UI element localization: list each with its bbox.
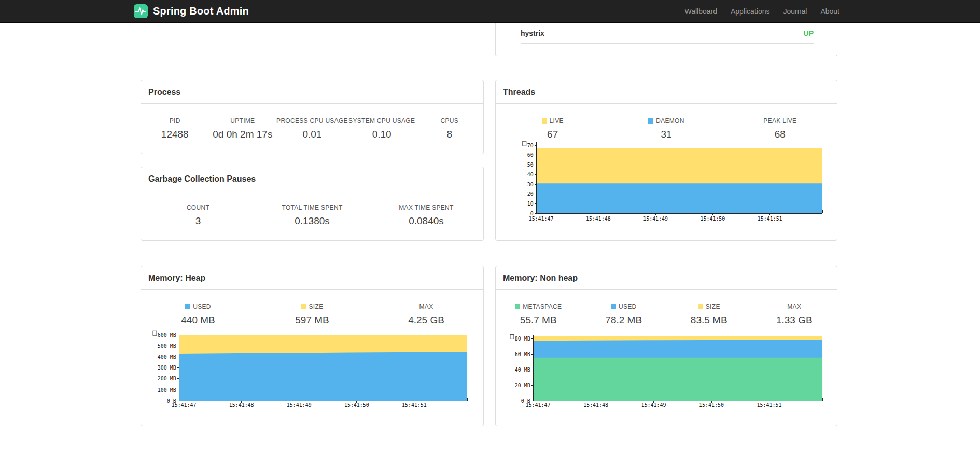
size-legend-swatch — [301, 304, 306, 309]
svg-text:60: 60 — [527, 152, 534, 158]
svg-text:40 MB: 40 MB — [515, 367, 530, 373]
nav-applications[interactable]: Applications — [724, 0, 777, 23]
stat-value: 67 — [496, 129, 609, 140]
stat-value: 31 — [609, 129, 723, 140]
svg-text:70: 70 — [527, 143, 534, 148]
stat-value: 0.1380s — [255, 215, 369, 227]
stat-value: 68 — [723, 129, 837, 140]
stat-label: USED — [141, 303, 255, 310]
used-legend-swatch — [185, 304, 190, 309]
applications-panel-partial: hystrix UP — [495, 23, 837, 56]
stat-nonheap-max: MAX 1.33 GB — [752, 303, 837, 326]
stat-system-cpu-usage: SYSTEM CPU USAGE 0.10 — [348, 117, 416, 140]
stat-value: 440 MB — [141, 315, 255, 326]
stat-pid: PID 12488 — [141, 117, 209, 140]
brand[interactable]: Spring Boot Admin — [134, 4, 249, 18]
stat-value: 0.01 — [276, 129, 348, 140]
spring-boot-admin-logo-icon — [134, 4, 148, 18]
live-legend-swatch — [542, 118, 547, 124]
svg-text:15:41:47: 15:41:47 — [526, 402, 551, 408]
stat-value: 55.7 MB — [496, 315, 581, 326]
svg-text:200 MB: 200 MB — [158, 376, 176, 382]
svg-text:15:41:48: 15:41:48 — [583, 402, 608, 408]
heap-legend: USED 440 MB SIZE 597 MB MAX 4.25 GB — [141, 290, 483, 326]
stat-label: MAX TIME SPENT — [369, 204, 483, 211]
stat-label: COUNT — [141, 204, 255, 211]
process-panel-title: Process — [141, 80, 483, 104]
stat-nonheap-size: SIZE 83.5 MB — [666, 303, 752, 326]
stat-label: DAEMON — [609, 117, 723, 125]
application-name[interactable]: hystrix — [521, 29, 544, 37]
svg-text:30: 30 — [527, 182, 534, 187]
svg-text:15:41:51: 15:41:51 — [758, 216, 782, 222]
stat-heap-used: USED 440 MB — [141, 303, 255, 326]
application-status-badge: UP — [804, 29, 814, 37]
stat-label: SIZE — [666, 303, 752, 310]
nonheap-legend: METASPACE 55.7 MB USED 78.2 MB SIZE 83.5… — [496, 290, 837, 326]
stat-heap-size: SIZE 597 MB — [255, 303, 369, 326]
nonheap-panel-title: Memory: Non heap — [496, 266, 837, 290]
gc-pauses-panel: Garbage Collection Pauses COUNT 3 TOTAL … — [141, 167, 484, 241]
svg-text:20: 20 — [527, 191, 534, 197]
gc-panel-title: Garbage Collection Pauses — [141, 167, 483, 190]
svg-text:15:41:50: 15:41:50 — [344, 402, 369, 408]
svg-text:15:41:49: 15:41:49 — [287, 402, 312, 408]
stat-value: 597 MB — [255, 315, 369, 326]
stat-value: 3 — [141, 215, 255, 227]
svg-text:15:41:49: 15:41:49 — [643, 216, 668, 222]
svg-text:15:41:50: 15:41:50 — [699, 402, 724, 408]
stat-threads-peak-live: PEAK LIVE 68 — [723, 117, 837, 140]
navbar: Spring Boot Admin Wallboard Applications… — [0, 0, 980, 23]
stat-label: LIVE — [496, 117, 609, 125]
daemon-legend-swatch — [648, 118, 653, 124]
stat-value: 0.0840s — [369, 215, 483, 227]
stat-value: 78.2 MB — [581, 315, 667, 326]
svg-text:0 B: 0 B — [521, 398, 530, 404]
stat-value: 1.33 GB — [752, 315, 837, 326]
svg-text:15:41:47: 15:41:47 — [172, 402, 197, 408]
stat-value: 4.25 GB — [369, 315, 483, 326]
svg-text:15:41:47: 15:41:47 — [529, 216, 554, 222]
stat-label: TOTAL TIME SPENT — [255, 204, 369, 211]
navbar-links: Wallboard Applications Journal About — [678, 0, 846, 23]
svg-text:60 MB: 60 MB — [515, 351, 530, 357]
svg-text:15:41:49: 15:41:49 — [641, 402, 666, 408]
page: Spring Boot Admin Wallboard Applications… — [0, 0, 980, 463]
stat-value: 0.10 — [348, 129, 416, 140]
stat-label: PID — [141, 117, 209, 125]
nav-about[interactable]: About — [814, 0, 846, 23]
stat-label: USED — [581, 303, 667, 310]
svg-text:100 MB: 100 MB — [158, 387, 176, 393]
threads-legend: LIVE 67 DAEMON 31 PEAK LIVE 68 — [496, 104, 837, 140]
stat-label: PROCESS CPU USAGE — [276, 117, 348, 125]
heap-panel-title: Memory: Heap — [141, 266, 483, 290]
stat-label: METASPACE — [496, 303, 581, 310]
svg-text:10: 10 — [527, 201, 534, 207]
stat-gc-total-time: TOTAL TIME SPENT 0.1380s — [255, 204, 369, 227]
svg-text:0: 0 — [530, 211, 534, 216]
stat-nonheap-metaspace: METASPACE 55.7 MB — [496, 303, 581, 326]
gc-stats: COUNT 3 TOTAL TIME SPENT 0.1380s MAX TIM… — [141, 190, 483, 227]
stat-nonheap-used: USED 78.2 MB — [581, 303, 667, 326]
svg-text:80 MB: 80 MB — [515, 336, 530, 342]
stat-label: CPUS — [415, 117, 483, 125]
svg-text:400 MB: 400 MB — [158, 354, 176, 360]
stat-label: UPTIME — [209, 117, 277, 125]
svg-text:500 MB: 500 MB — [158, 343, 176, 349]
stat-value: 12488 — [141, 129, 209, 140]
stat-value: 8 — [415, 129, 483, 140]
nav-journal[interactable]: Journal — [776, 0, 814, 23]
svg-text:15:41:48: 15:41:48 — [229, 402, 254, 408]
stat-threads-live: LIVE 67 — [496, 117, 609, 140]
stat-label: SYSTEM CPU USAGE — [348, 117, 416, 125]
svg-text:300 MB: 300 MB — [158, 365, 176, 371]
svg-text:15:41:51: 15:41:51 — [757, 402, 782, 408]
stat-label: MAX — [369, 303, 483, 310]
svg-text:15:41:50: 15:41:50 — [701, 216, 725, 222]
nav-wallboard[interactable]: Wallboard — [678, 0, 724, 23]
application-row-hystrix[interactable]: hystrix UP — [521, 23, 814, 44]
stat-threads-daemon: DAEMON 31 — [609, 117, 723, 140]
threads-panel: Threads LIVE 67 DAEMON 31 PEAK LIVE 68 0… — [495, 80, 837, 241]
stat-label: MAX — [752, 303, 837, 310]
stat-label: PEAK LIVE — [723, 117, 837, 125]
